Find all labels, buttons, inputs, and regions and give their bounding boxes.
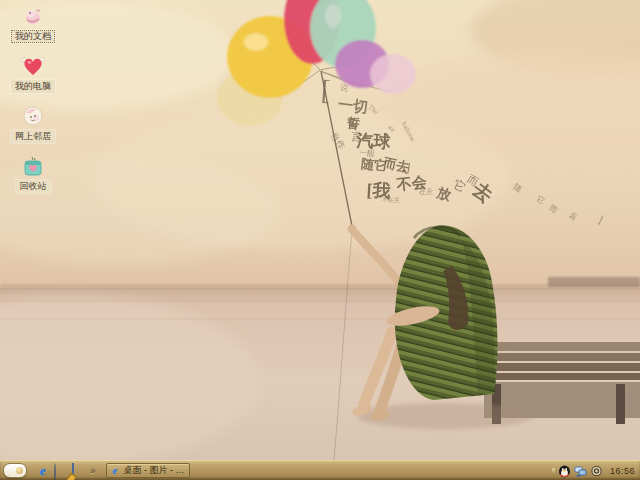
tray-separator xyxy=(552,468,555,474)
desktop-icon-list: 我的文档 我的电脑 xyxy=(4,2,62,193)
show-desktop-icon[interactable] xyxy=(72,464,86,478)
desktop-icon-label: 网上邻居 xyxy=(11,130,55,143)
qq-penguin-icon[interactable] xyxy=(558,464,571,478)
round-tray-icon[interactable] xyxy=(590,464,603,478)
start-button[interactable] xyxy=(3,463,27,478)
start-orb-icon xyxy=(16,467,23,474)
wallpaper-image xyxy=(0,0,640,460)
my-documents-icon xyxy=(22,2,44,28)
tray-clock[interactable]: 16:56 xyxy=(610,466,635,476)
quick-launch: e xyxy=(36,464,86,478)
internet-explorer-icon: e xyxy=(110,465,121,476)
network-places-icon xyxy=(21,102,45,128)
desktop-icon-network-places[interactable]: 网上邻居 xyxy=(4,102,62,143)
internet-explorer-icon[interactable]: e xyxy=(36,464,50,478)
desktop: [说一切The誓言air当作汽球balloon一般随它而去,][我不在意不会在意… xyxy=(0,0,640,460)
desktop-icon-my-computer[interactable]: 我的电脑 xyxy=(4,52,62,93)
taskbar-window-button[interactable]: e 桌面 - 图片 - 桌酷... xyxy=(106,463,190,478)
my-computer-icon xyxy=(20,52,46,78)
window-title: 桌面 - 图片 - 桌酷... xyxy=(124,464,186,477)
desktop-icon-recycle-bin[interactable]: 回收站 xyxy=(4,152,62,193)
system-tray: 16:56 xyxy=(552,464,640,478)
network-connection-icon[interactable] xyxy=(574,464,587,478)
desktop-icon-my-documents[interactable]: 我的文档 xyxy=(4,2,62,43)
taskbar: e » e 桌面 - 图片 - 桌酷... xyxy=(0,460,640,480)
recycle-bin-icon xyxy=(21,152,45,178)
desktop-icon-label: 我的文档 xyxy=(11,30,55,43)
quick-launch-overflow-chevron[interactable]: » xyxy=(90,465,96,476)
media-player-orb-icon[interactable] xyxy=(54,464,68,478)
desktop-icon-label: 我的电脑 xyxy=(11,80,55,93)
desktop-icon-label: 回收站 xyxy=(16,180,51,193)
